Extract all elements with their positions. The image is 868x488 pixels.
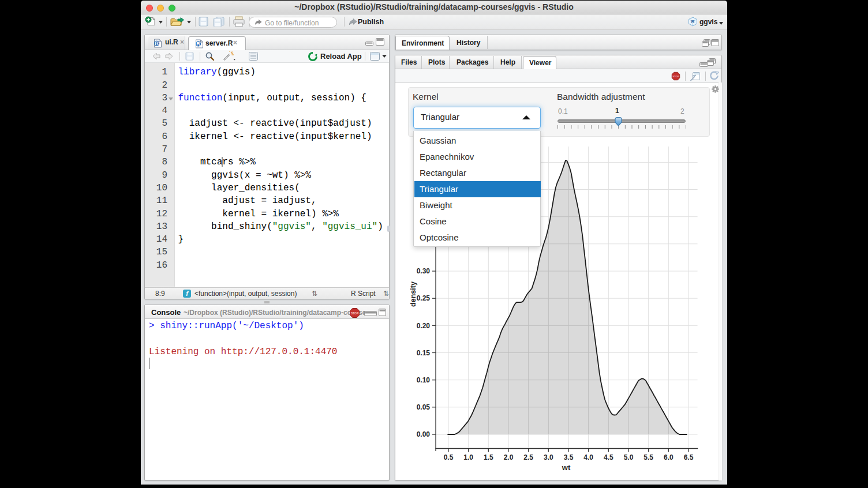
svg-text:0.25: 0.25	[417, 294, 431, 302]
svg-text:5.5: 5.5	[643, 453, 653, 461]
svg-text:R: R	[196, 41, 200, 47]
svg-text:density: density	[409, 281, 417, 307]
svg-text:0.10: 0.10	[417, 376, 431, 384]
svg-text:0.15: 0.15	[417, 349, 431, 357]
svg-text:2.5: 2.5	[523, 453, 533, 461]
svg-text:3.5: 3.5	[564, 453, 574, 461]
svg-text:0.05: 0.05	[417, 403, 431, 411]
svg-text:1.5: 1.5	[484, 453, 493, 461]
svg-text:0.20: 0.20	[417, 322, 431, 330]
svg-text:STOP: STOP	[672, 75, 679, 78]
svg-text:5.0: 5.0	[624, 453, 634, 461]
svg-text:2.0: 2.0	[504, 453, 514, 461]
svg-text:0.30: 0.30	[417, 267, 431, 275]
svg-text:R: R	[691, 19, 695, 24]
svg-text:R: R	[155, 40, 159, 46]
svg-text:3.0: 3.0	[544, 453, 553, 461]
svg-text:4.5: 4.5	[604, 453, 613, 461]
svg-text:1.0: 1.0	[463, 453, 473, 461]
svg-text:6.5: 6.5	[684, 453, 694, 461]
svg-text:STOP: STOP	[351, 311, 359, 315]
svg-text:6.0: 6.0	[664, 453, 674, 461]
svg-text:wt: wt	[562, 463, 571, 472]
svg-text:0.00: 0.00	[417, 430, 431, 438]
svg-text:0.5: 0.5	[444, 453, 454, 461]
svg-text:4.0: 4.0	[583, 453, 593, 461]
